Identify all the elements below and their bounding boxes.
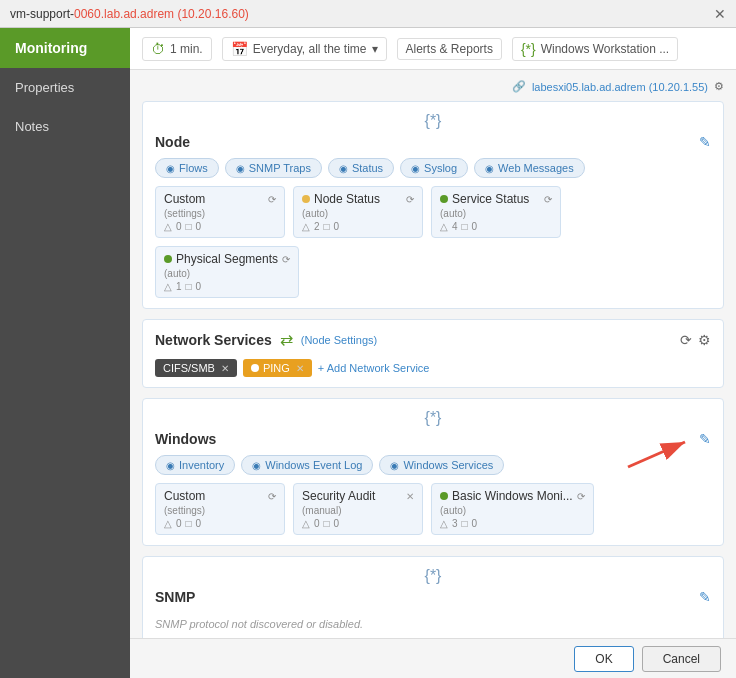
alert-icon: △ xyxy=(164,281,172,292)
template-icon: {*} xyxy=(521,41,536,57)
tab-inventory[interactable]: ◉ Inventory xyxy=(155,455,235,475)
tab-windows-event-log[interactable]: ◉ Windows Event Log xyxy=(241,455,373,475)
event-icon: □ xyxy=(324,518,330,529)
node-edit-button[interactable]: ✎ xyxy=(699,134,711,150)
window-title: vm-support-0060.lab.ad.adrem (10.20.16.6… xyxy=(10,7,249,21)
remove-ping-button[interactable]: ✕ xyxy=(296,363,304,374)
sidebar-active-item[interactable]: Monitoring xyxy=(0,28,130,68)
tab-icon-snmp: ◉ xyxy=(236,163,245,174)
snmp-section-title: SNMP xyxy=(155,589,195,605)
sidebar: Monitoring Properties Notes xyxy=(0,28,130,678)
main-layout: Monitoring Properties Notes ⏱ 1 min. 📅 E… xyxy=(0,28,736,678)
snmp-edit-button[interactable]: ✎ xyxy=(699,589,711,605)
link-bar: 🔗 labesxi05.lab.ad.adrem (10.20.1.55) ⚙ xyxy=(142,80,724,93)
tab-icon-syslog: ◉ xyxy=(411,163,420,174)
alert-icon: △ xyxy=(440,518,448,529)
node-section-header: Node ✎ xyxy=(155,134,711,150)
event-icon: □ xyxy=(462,518,468,529)
tab-icon-status: ◉ xyxy=(339,163,348,174)
alert-icon: △ xyxy=(440,221,448,232)
status-dot xyxy=(302,195,310,203)
interval-selector[interactable]: ⏱ 1 min. xyxy=(142,37,212,61)
link-settings-icon[interactable]: ⚙ xyxy=(714,80,724,93)
settings-network-button[interactable]: ⚙ xyxy=(698,332,711,348)
refresh-icon[interactable]: ⟳ xyxy=(268,194,276,205)
template-selector[interactable]: {*} Windows Workstation ... xyxy=(512,37,678,61)
cancel-button[interactable]: Cancel xyxy=(642,646,721,672)
alerts-button[interactable]: Alerts & Reports xyxy=(397,38,502,60)
refresh-icon[interactable]: ⟳ xyxy=(577,491,585,502)
event-icon: □ xyxy=(186,281,192,292)
sidebar-item-notes[interactable]: Notes xyxy=(0,107,130,146)
footer: OK Cancel xyxy=(130,638,736,678)
status-dot xyxy=(440,492,448,500)
title-bar: vm-support-0060.lab.ad.adrem (10.20.16.6… xyxy=(0,0,736,28)
snmp-section: {*} SNMP ✎ SNMP protocol not discovered … xyxy=(142,556,724,638)
add-network-service-button[interactable]: + Add Network Service xyxy=(318,359,430,377)
node-monitor-tabs: ◉ Flows ◉ SNMP Traps ◉ Status ◉ Syslog xyxy=(155,158,711,178)
network-services-section: Network Services ⇄ (Node Settings) ⟳ ⚙ C… xyxy=(142,319,724,388)
tab-syslog[interactable]: ◉ Syslog xyxy=(400,158,468,178)
calendar-icon: 📅 xyxy=(231,41,248,57)
linked-node[interactable]: labesxi05.lab.ad.adrem (10.20.1.55) xyxy=(532,81,708,93)
ping-tag[interactable]: PING ✕ xyxy=(243,359,312,377)
clock-icon: ⏱ xyxy=(151,41,165,57)
alert-icon: △ xyxy=(302,221,310,232)
windows-section-header: Windows ✎ xyxy=(155,431,711,447)
snmp-section-header: SNMP ✎ xyxy=(155,589,711,605)
status-dot xyxy=(440,195,448,203)
tab-icon-winservices: ◉ xyxy=(390,460,399,471)
windows-section: {*} Windows ✎ xyxy=(142,398,724,546)
list-item: Node Status ⟳ (auto) △2 □0 xyxy=(293,186,423,238)
close-button[interactable]: ✕ xyxy=(714,6,726,22)
node-monitor-items: Custom ⟳ (settings) △0 □0 xyxy=(155,186,711,298)
tab-web-messages[interactable]: ◉ Web Messages xyxy=(474,158,585,178)
node-section: {*} Node ✎ ◉ Flows ◉ SNMP Traps xyxy=(142,101,724,309)
network-icon: ⇄ xyxy=(280,330,293,349)
list-item: Custom ⟳ (settings) △0 □0 xyxy=(155,186,285,238)
list-item: Security Audit ✕ (manual) △0 □0 xyxy=(293,483,423,535)
remove-cifs-button[interactable]: ✕ xyxy=(221,363,229,374)
refresh-icon[interactable]: ⟳ xyxy=(268,491,276,502)
list-item: Service Status ⟳ (auto) △4 □0 xyxy=(431,186,561,238)
snmp-disabled-text: SNMP protocol not discovered or disabled… xyxy=(155,613,711,635)
alert-icon: △ xyxy=(302,518,310,529)
network-services-title: Network Services xyxy=(155,332,272,348)
chevron-down-icon: ▾ xyxy=(372,42,378,56)
refresh-icon[interactable]: ⟳ xyxy=(282,254,290,265)
tab-icon-inventory: ◉ xyxy=(166,460,175,471)
title-highlight: 0060 xyxy=(74,7,101,21)
windows-monitor-tabs: ◉ Inventory ◉ Windows Event Log ◉ Window… xyxy=(155,455,711,475)
node-settings-link[interactable]: (Node Settings) xyxy=(301,334,377,346)
node-section-title: Node xyxy=(155,134,190,150)
sidebar-item-properties[interactable]: Properties xyxy=(0,68,130,107)
schedule-selector[interactable]: 📅 Everyday, all the time ▾ xyxy=(222,37,387,61)
tab-icon-eventlog: ◉ xyxy=(252,460,261,471)
list-item: Basic Windows Moni... ⟳ (auto) △3 □0 xyxy=(431,483,594,535)
list-item: Physical Segments ⟳ (auto) △1 □0 xyxy=(155,246,299,298)
tab-snmp-traps[interactable]: ◉ SNMP Traps xyxy=(225,158,322,178)
status-dot xyxy=(164,255,172,263)
tab-windows-services[interactable]: ◉ Windows Services xyxy=(379,455,504,475)
refresh-network-button[interactable]: ⟳ xyxy=(680,332,692,348)
windows-monitor-items: Custom ⟳ (settings) △0 □0 xyxy=(155,483,711,535)
ok-button[interactable]: OK xyxy=(574,646,633,672)
list-item: Custom ⟳ (settings) △0 □0 xyxy=(155,483,285,535)
ping-dot xyxy=(251,364,259,372)
tab-icon-web: ◉ xyxy=(485,163,494,174)
cifs-smb-tag[interactable]: CIFS/SMB ✕ xyxy=(155,359,237,377)
event-icon: □ xyxy=(462,221,468,232)
scroll-area: 🔗 labesxi05.lab.ad.adrem (10.20.1.55) ⚙ … xyxy=(130,70,736,638)
tab-status[interactable]: ◉ Status xyxy=(328,158,394,178)
remove-security-audit-button[interactable]: ✕ xyxy=(406,491,414,502)
refresh-icon[interactable]: ⟳ xyxy=(406,194,414,205)
service-tags: CIFS/SMB ✕ PING ✕ + Add Network Service xyxy=(155,359,711,377)
refresh-icon[interactable]: ⟳ xyxy=(544,194,552,205)
windows-edit-button[interactable]: ✎ xyxy=(699,431,711,447)
event-icon: □ xyxy=(186,221,192,232)
tab-flows[interactable]: ◉ Flows xyxy=(155,158,219,178)
content-area: ⏱ 1 min. 📅 Everyday, all the time ▾ Aler… xyxy=(130,28,736,678)
link-icon: 🔗 xyxy=(512,80,526,93)
snmp-config-icon: {*} xyxy=(425,567,442,584)
alert-icon: △ xyxy=(164,221,172,232)
